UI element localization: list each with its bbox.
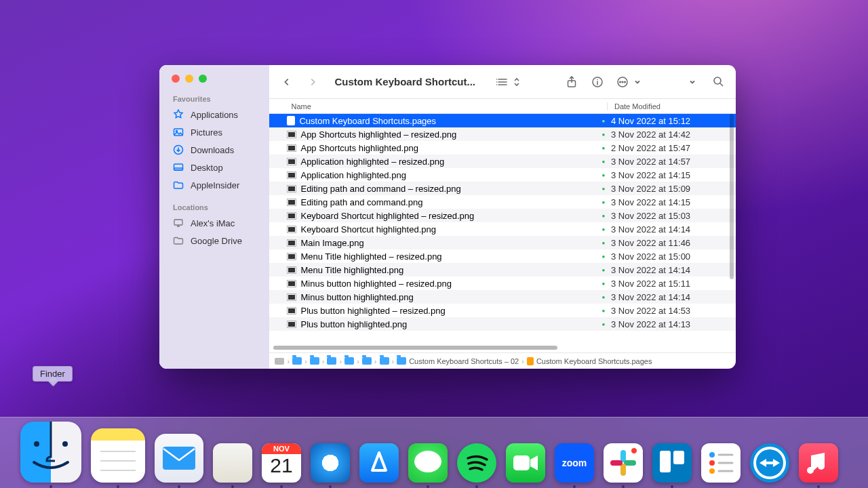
file-date: 3 Nov 2022 at 14:15 [611,170,736,180]
vertical-scrollbar[interactable] [728,114,734,350]
dock-app-slack[interactable] [604,443,643,483]
dock-app-calendar[interactable]: NOV 21 [262,443,301,483]
svg-point-29 [709,468,715,474]
view-list-icon[interactable] [494,74,509,90]
sync-status-icon: ● [596,253,611,260]
path-crumb[interactable]: Custom Keyboard Shortcuts – 02 [397,357,519,365]
dock-app-notes[interactable] [91,428,145,483]
column-headers[interactable]: Name Date Modified [269,99,736,114]
dock-app-appstore[interactable] [359,443,399,483]
running-indicator [50,485,52,488]
sidebar-item-appleinsider[interactable]: AppleInsider [159,176,269,194]
file-name: Custom Keyboard Shortcuts.pages [299,116,596,126]
file-row[interactable]: Plus button highlighted – resized.png●3 … [269,304,736,317]
forward-button[interactable] [304,74,321,90]
file-date: 3 Nov 2022 at 14:13 [611,319,736,329]
running-indicator [817,485,820,488]
file-name: Minus button highlighted.png [300,292,596,302]
file-row[interactable]: App Shortcuts highlighted.png●2 Nov 2022… [269,141,736,155]
sidebar-item-googledrive[interactable]: Google Drive [159,232,269,249]
file-row[interactable]: Editing path and command – resized.png●3… [269,182,736,195]
actions-button[interactable] [615,74,630,90]
sidebar-item-desktop[interactable]: Desktop [159,159,269,176]
dock-app-messages[interactable] [408,443,448,483]
file-row[interactable]: Application highlighted – resized.png●3 … [269,155,736,168]
dock-app-trello[interactable] [652,443,692,483]
search-button[interactable] [710,74,726,90]
file-row[interactable]: Menu Title highlighted – resized.png●3 N… [269,249,736,263]
dock-app-preview[interactable] [213,443,252,483]
calendar-month: NOV [262,443,301,454]
file-row[interactable]: Main Image.png●3 Nov 2022 at 11:46 [269,236,736,249]
path-crumb[interactable] [310,357,319,365]
svg-point-12 [714,77,721,84]
image-icon [287,131,296,138]
dock-app-finder[interactable] [20,422,81,483]
sync-status-icon: ● [596,213,611,219]
info-button[interactable] [589,74,606,90]
dock-app-reminders[interactable] [701,443,741,483]
sync-status-icon: ● [596,321,611,327]
file-row[interactable]: Minus button highlighted – resized.png●3… [269,277,736,290]
file-row[interactable]: Keyboard Shortcut highlighted – resized.… [269,209,736,222]
dock-app-safari[interactable] [311,443,350,483]
image-icon [287,321,296,328]
sync-status-icon: ● [596,294,611,300]
path-crumb[interactable]: Custom Keyboard Shortcuts.pages [527,357,652,365]
column-name[interactable]: Name [291,102,607,110]
file-row[interactable]: Editing path and command.png●3 Nov 2022 … [269,195,736,209]
file-row[interactable]: App Shortcuts highlighted – resized.png●… [269,127,736,141]
folder-icon [173,180,184,190]
share-button[interactable] [564,74,580,90]
image-icon [287,158,296,165]
file-date: 3 Nov 2022 at 14:42 [611,129,736,140]
sync-status-icon: ● [596,308,611,314]
image-icon [287,307,296,314]
sidebar-item-imac[interactable]: Alex's iMac [159,214,269,232]
path-crumb[interactable] [362,357,372,365]
path-crumb[interactable] [275,358,284,365]
dock-app-facetime[interactable] [506,443,545,483]
minimize-button[interactable] [185,75,193,83]
path-crumb[interactable] [292,357,302,365]
svg-rect-4 [174,168,183,170]
file-list[interactable]: Custom Keyboard Shortcuts.pages●4 Nov 20… [269,114,736,344]
file-row[interactable]: Keyboard Shortcut highlighted.png●3 Nov … [269,222,736,236]
folder-icon [397,357,406,365]
horizontal-scrollbar[interactable] [273,344,732,351]
path-crumb[interactable] [380,357,389,365]
back-button[interactable] [279,74,295,90]
svg-rect-24 [610,460,623,466]
chevron-down-icon[interactable] [630,74,645,90]
file-row[interactable]: Menu Title highlighted.png●3 Nov 2022 at… [269,263,736,277]
file-date: 3 Nov 2022 at 11:46 [611,238,736,248]
close-button[interactable] [172,75,180,83]
path-label: Custom Keyboard Shortcuts.pages [536,357,652,365]
file-row[interactable]: Plus button highlighted.png●3 Nov 2022 a… [269,317,736,331]
sidebar-item-downloads[interactable]: Downloads [159,141,269,159]
path-crumb[interactable] [344,357,354,365]
file-row[interactable]: Custom Keyboard Shortcuts.pages●4 Nov 20… [269,114,736,127]
file-name: Minus button highlighted – resized.png [300,279,596,289]
sidebar-item-applications[interactable]: Applications [159,106,269,123]
chevron-down-icon[interactable] [684,74,701,90]
svg-point-27 [709,452,715,458]
sidebar-item-label: Alex's iMac [191,218,235,228]
sidebar-item-pictures[interactable]: Pictures [159,123,269,141]
svg-point-10 [622,81,623,83]
fullscreen-button[interactable] [199,75,207,83]
view-switch-icon[interactable] [509,74,524,90]
file-row[interactable]: Application highlighted.png●3 Nov 2022 a… [269,168,736,182]
dock-app-mail[interactable] [155,434,203,483]
dock-app-music[interactable] [799,443,838,483]
sync-status-icon: ● [596,172,611,178]
dock-app-teamviewer[interactable] [750,443,789,483]
sync-status-icon: ● [596,145,611,151]
path-bar[interactable]: › › › › › › › Custom Keyboard Shortcuts … [269,352,736,369]
dock-app-spotify[interactable] [457,443,496,483]
dock-tooltip: Finder [33,366,73,382]
path-crumb[interactable] [327,357,336,365]
file-row[interactable]: Minus button highlighted.png●3 Nov 2022 … [269,290,736,304]
column-date-modified[interactable]: Date Modified [607,102,736,110]
dock-app-zoom[interactable]: zoom [555,443,594,483]
